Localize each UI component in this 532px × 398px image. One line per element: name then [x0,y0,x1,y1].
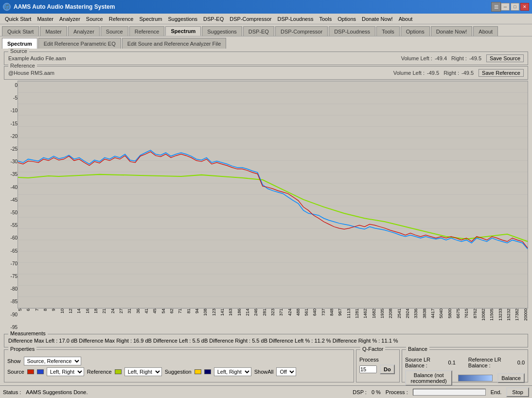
qfactor-panel: Q-Factor Process Do [356,349,400,382]
reference-file-row: @House RMS.aam Volume Left : -49.5 Right… [4,68,528,78]
reference-color-box [115,369,122,374]
suggestion-line [18,174,528,242]
suggestion-color-label: Suggestion [165,369,192,375]
chart-section: 0 -5 -10 -15 -20 -25 -30 -35 -40 -45 -50… [4,81,528,332]
process-label: Process : [386,389,408,395]
close-button[interactable]: ✕ [520,3,529,11]
bottom-panels: Properties Show Source, Reference Source… [2,348,530,383]
menu-spectrum[interactable]: Spectrum [136,15,165,23]
minimize-button[interactable]: ─ [501,3,510,11]
sub-tab-bar: Spectrum Edit Reference Parametric EQ Ed… [0,36,532,49]
show-select[interactable]: Source, Reference Source Reference All [24,357,81,365]
qfactor-input[interactable] [359,365,377,373]
qfactor-value-row: Do [359,364,396,374]
status-label: Status : [3,389,21,395]
app-icon: 🎵 [3,3,11,11]
tab-reference[interactable]: Reference [129,26,165,36]
source-file-row: Example Audio File.aam Volume Left : -49… [4,53,528,64]
reference-panel-label: Reference [8,63,37,69]
tab-quickstart[interactable]: Quick Start [2,26,39,36]
qfactor-label: Q-Factor [360,346,385,352]
menu-dsp-loudness[interactable]: DSP-Loudness [274,15,316,23]
tab-bar: Quick Start Master Analyzer Source Refer… [0,24,532,36]
source-color-box-red [27,369,34,374]
menu-suggestions[interactable]: Suggestions [165,15,201,23]
menu-donate[interactable]: Donate Now! [359,15,396,23]
reference-balance-bar [458,375,493,381]
properties-panel: Properties Show Source, Reference Source… [4,349,354,382]
qfactor-process-row: Process [359,357,396,363]
status-bar: Status : AAMS Suggestions Done. DSP : 0 … [0,385,532,398]
menu-dsp-compressor[interactable]: DSP-Compressor [227,15,274,23]
tab-suggestions[interactable]: Suggestions [202,26,242,36]
tab-donate[interactable]: Donate Now! [431,26,473,36]
reference-lr-value: 0.0 [517,360,525,365]
tab-dsp-compressor[interactable]: DSP-Compressor [275,26,328,36]
title-bar: 🎵 AAMS Auto Audio Mastering System ☰ ─ □… [0,0,532,14]
tab-options[interactable]: Options [401,26,430,36]
properties-colors-row: Source Left, Right Reference Left, Right… [7,367,351,376]
tab-dsp-eq[interactable]: DSP-EQ [243,26,274,36]
process-progress-bar [413,389,486,396]
menu-reference[interactable]: Reference [106,15,137,23]
status-text: AAMS Suggestions Done. [26,389,88,395]
source-color-box-blue [37,369,44,374]
window-menu-btn[interactable]: ☰ [491,2,501,12]
subtab-edit-reference[interactable]: Edit Reference Parametric EQ [38,38,121,49]
subtab-spectrum[interactable]: Spectrum [2,38,37,49]
tab-dsp-loudness[interactable]: DSP-Loudness [329,26,375,36]
suggestion-color-box-yellow [195,369,201,374]
source-panel-label: Source [8,48,29,54]
save-source-button[interactable]: Save Source [486,54,524,62]
menu-bar: Quick Start Master Analyzer Source Refer… [0,14,532,24]
show-label: Show [7,358,21,364]
process-label: Process [359,357,379,363]
tab-about[interactable]: About [473,26,498,36]
measurements-label: Measurements [8,330,48,336]
source-balance-button[interactable]: Balance (not recommended) [405,370,452,386]
tab-master[interactable]: Master [40,26,67,36]
reference-filename: @House RMS.aam [8,70,393,76]
chart-with-xaxis: 5 6 7 8 9 10 12 14 16 18 21 24 27 31 36 … [18,81,528,332]
reference-balance-button[interactable]: Balance [497,373,525,383]
source-lr-label: Source LR Balance : [405,357,443,368]
suggestion-color-box-dark [204,369,211,374]
window-controls: ─ □ ✕ [501,3,529,11]
measurements-panel: Measurements Difference Max Left : 17.0 … [4,334,528,347]
reference-channel-select[interactable]: Left, Right [124,367,162,376]
balance-source-row: Source LR Balance : 0.1 Reference LR Bal… [405,357,525,368]
source-panel: Source Example Audio File.aam Volume Lef… [4,52,528,65]
tab-tools[interactable]: Tools [376,26,400,36]
source-channel-select[interactable]: Left, Right [47,367,84,376]
menu-master[interactable]: Master [34,15,56,23]
menu-about[interactable]: About [396,15,416,23]
tab-source[interactable]: Source [101,26,128,36]
properties-show-row: Show Source, Reference Source Reference … [7,357,351,365]
x-axis: 5 6 7 8 9 10 12 14 16 18 21 24 27 31 36 … [18,309,528,332]
y-axis: 0 -5 -10 -15 -20 -25 -30 -35 -40 -45 -50… [4,81,18,332]
source-line-red [18,152,528,248]
save-reference-button[interactable]: Save Reference [479,69,524,77]
stop-button[interactable]: Stop [506,387,529,397]
suggestion-channel-select[interactable]: Left, Right [214,367,251,376]
showall-label: ShowAll [254,369,274,375]
properties-label: Properties [8,346,36,352]
menu-analyzer[interactable]: Analyzer [56,15,83,23]
tab-spectrum[interactable]: Spectrum [165,26,201,36]
do-button[interactable]: Do [380,364,395,374]
menu-tools[interactable]: Tools [316,15,335,23]
menu-quickstart[interactable]: Quick Start [2,15,34,23]
dsp-value: 0 % [372,389,381,395]
reference-volume: Volume Left : -49.5 Right : -49.5 [393,70,474,76]
menu-source[interactable]: Source [83,15,106,23]
menu-options[interactable]: Options [335,15,359,23]
menu-dsp-eq[interactable]: DSP-EQ [200,15,227,23]
source-volume: Volume Left : -49.4 Right : -49.5 [401,55,481,61]
maximize-button[interactable]: □ [511,3,519,11]
showall-select[interactable]: Off [276,367,296,376]
end-label: End. [491,389,502,395]
subtab-edit-source-reference[interactable]: Edit Soure and Reference Analyzer File [122,38,227,49]
balance-label: Balance [406,346,429,352]
tab-analyzer[interactable]: Analyzer [68,26,100,36]
source-filename: Example Audio File.aam [8,55,401,61]
